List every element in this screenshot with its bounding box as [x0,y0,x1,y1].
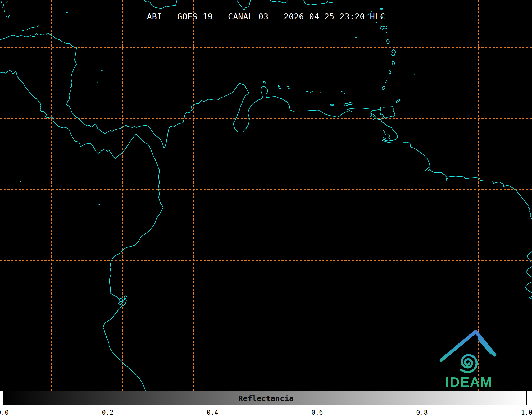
hurricane-spiral-icon [461,355,476,372]
colorbar-tick-label: 0.6 [311,409,323,416]
colorbar-tick-label: 0.0 [0,409,9,416]
product-title: ABI - GOES 19 - CANAL 03 - 2026-04-25 23… [0,12,532,21]
satellite-map-canvas: ABI - GOES 19 - CANAL 03 - 2026-04-25 23… [0,0,532,391]
colorbar-label: Reflectancia [0,394,532,403]
colorbar-tick-label: 1.0 [521,409,532,416]
goes-satellite-product-page: { "header": { "title": "ABI - GOES 19 - … [0,0,532,417]
ideam-logo: IDEAM [437,323,499,391]
colorbar-tick-label: 0.4 [207,409,218,416]
colorbar-tick-label: 0.2 [102,409,113,416]
colorbar-tick-label: 0.8 [416,409,428,416]
ideam-logo-text: IDEAM [445,374,492,390]
